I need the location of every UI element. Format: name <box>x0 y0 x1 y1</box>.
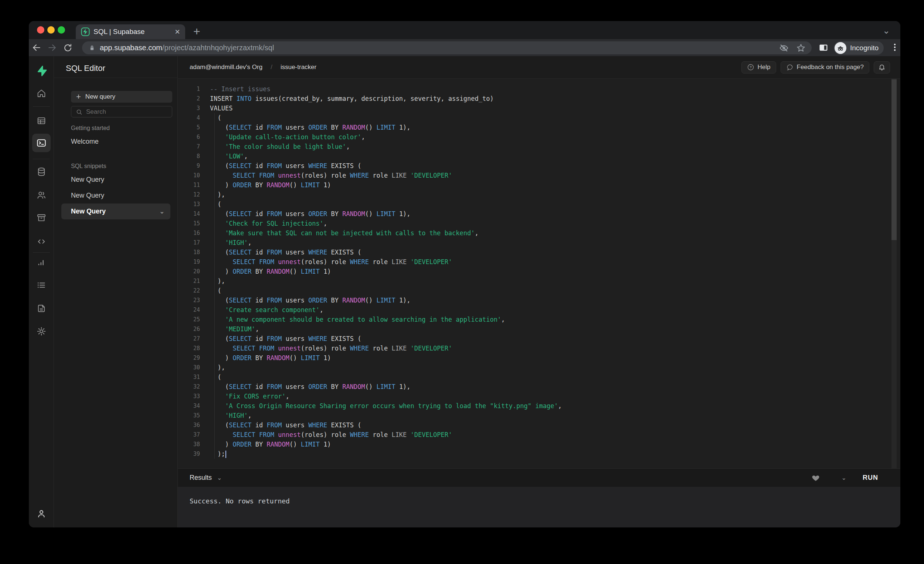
sql-editor-nav-active[interactable] <box>32 134 51 152</box>
line-number: 33 <box>178 392 200 401</box>
sql-code-editor[interactable]: 1-- Insert issues2INSERT INTO issues(cre… <box>178 79 900 468</box>
query-list-item[interactable]: New Query <box>62 188 170 203</box>
run-options-chevron-icon[interactable]: ⌄ <box>842 474 846 481</box>
code-line[interactable]: 2INSERT INTO issues(created_by, summary,… <box>178 94 900 103</box>
tab-title: SQL | Supabase <box>93 28 171 36</box>
home-icon[interactable] <box>35 87 48 100</box>
mac-close-button[interactable] <box>37 26 44 34</box>
auth-users-icon[interactable] <box>35 189 48 201</box>
code-line[interactable]: 34 'A Cross Origin Resource Sharing erro… <box>178 401 900 411</box>
code-line[interactable]: 22 ( <box>178 286 900 295</box>
docs-file-icon[interactable] <box>35 302 48 315</box>
code-line[interactable]: 3VALUES <box>178 103 900 113</box>
table-editor-icon[interactable] <box>35 115 48 127</box>
browser-menu-icon[interactable] <box>890 42 900 52</box>
mac-minimize-button[interactable] <box>47 26 55 34</box>
notifications-button[interactable] <box>874 61 890 73</box>
code-line[interactable]: 10 SELECT FROM unnest(roles) role WHERE … <box>178 171 900 180</box>
line-number: 36 <box>178 420 200 430</box>
tab-search-chevron-icon[interactable]: ⌄ <box>883 25 890 36</box>
code-line[interactable]: 36 (SELECT id FROM users WHERE EXISTS ( <box>178 420 900 430</box>
code-line[interactable]: 7 'The color should be light blue', <box>178 142 900 151</box>
code-line[interactable]: 8 'LOW', <box>178 151 900 161</box>
code-line[interactable]: 35 'HIGH', <box>178 411 900 420</box>
search-input[interactable]: Search <box>71 106 172 117</box>
code-line[interactable]: 9 (SELECT id FROM users WHERE EXISTS ( <box>178 161 900 171</box>
favorite-heart-icon[interactable] <box>811 474 820 482</box>
code-line[interactable]: 24 'Create search component', <box>178 305 900 315</box>
api-code-icon[interactable] <box>35 235 48 248</box>
code-text: (SELECT id FROM users WHERE EXISTS ( <box>200 247 361 257</box>
storage-icon[interactable] <box>35 212 48 224</box>
new-query-button[interactable]: + New query <box>71 91 172 103</box>
results-chevron-icon[interactable]: ⌄ <box>217 474 222 481</box>
forward-icon[interactable] <box>44 43 60 52</box>
code-line[interactable]: 25 'A new component should be created to… <box>178 315 900 324</box>
code-line[interactable]: 33 'Fix CORS error', <box>178 392 900 401</box>
chevron-down-icon[interactable]: ⌄ <box>160 208 165 215</box>
code-line[interactable]: 14 (SELECT id FROM users ORDER BY RANDOM… <box>178 209 900 218</box>
new-tab-button[interactable]: + <box>193 26 200 37</box>
editor-scrollbar-thumb[interactable] <box>891 79 897 240</box>
code-line[interactable]: 13 ( <box>178 199 900 209</box>
code-line[interactable]: 19 SELECT FROM unnest(roles) role WHERE … <box>178 257 900 267</box>
code-line[interactable]: 21 ), <box>178 276 900 286</box>
code-line[interactable]: 23 (SELECT id FROM users ORDER BY RANDOM… <box>178 295 900 305</box>
code-text: ( <box>200 113 221 123</box>
query-list-item-label: New Query <box>71 208 106 215</box>
supabase-logo-icon[interactable] <box>35 64 48 77</box>
url-bar[interactable]: app.supabase.com/project/azahtnhqohyjerz… <box>82 41 812 54</box>
code-line[interactable]: 28 SELECT FROM unnest(roles) role WHERE … <box>178 344 900 353</box>
code-line[interactable]: 20 ) ORDER BY RANDOM() LIMIT 1) <box>178 267 900 276</box>
rail-divider <box>33 252 50 253</box>
code-line[interactable]: 18 (SELECT id FROM users WHERE EXISTS ( <box>178 247 900 257</box>
code-line[interactable]: 37 SELECT FROM unnest(roles) role WHERE … <box>178 430 900 440</box>
settings-gear-icon[interactable] <box>35 325 48 338</box>
account-person-icon[interactable] <box>35 507 48 520</box>
query-list-item[interactable]: Welcome <box>62 134 170 150</box>
code-line[interactable]: 39 ); <box>178 449 900 459</box>
results-dropdown[interactable]: Results <box>190 474 212 482</box>
code-line[interactable]: 26 'MEDIUM', <box>178 324 900 334</box>
feedback-button[interactable]: Feedback on this page? <box>781 61 869 73</box>
code-line[interactable]: 16 'Make sure that SQL can not be inject… <box>178 228 900 238</box>
browser-tab[interactable]: SQL | Supabase × <box>76 24 185 39</box>
code-line[interactable]: 15 'Check for SQL injections', <box>178 218 900 228</box>
tab-close-icon[interactable]: × <box>175 27 180 36</box>
list-divider <box>71 217 110 218</box>
bookmark-star-icon[interactable] <box>796 43 806 53</box>
database-icon[interactable] <box>35 166 48 178</box>
breadcrumb-org[interactable]: adam@windmill.dev's Org <box>190 64 262 71</box>
password-hidden-eye-icon[interactable] <box>779 43 789 53</box>
code-line[interactable]: 38 ) ORDER BY RANDOM() LIMIT 1) <box>178 440 900 449</box>
code-line[interactable]: 32 (SELECT id FROM users ORDER BY RANDOM… <box>178 382 900 392</box>
sql-editor-panel: SQL Editor + New query Search Getting st… <box>54 56 178 527</box>
reload-icon[interactable] <box>60 43 75 52</box>
side-panel-icon[interactable] <box>818 42 829 53</box>
code-line[interactable]: 31 ( <box>178 372 900 382</box>
code-line[interactable]: 1-- Insert issues <box>178 84 900 94</box>
url-text: app.supabase.com/project/azahtnhqohyjerz… <box>100 43 274 52</box>
line-number: 19 <box>178 257 200 267</box>
code-line[interactable]: 4 ( <box>178 113 900 123</box>
code-line[interactable]: 12 ), <box>178 190 900 199</box>
line-number: 2 <box>178 94 200 103</box>
help-button[interactable]: ? Help <box>741 61 776 73</box>
code-text: SELECT FROM unnest(roles) role WHERE rol… <box>200 171 452 180</box>
query-list-item[interactable]: New Query <box>62 172 170 188</box>
line-number: 23 <box>178 295 200 305</box>
run-button[interactable]: RUN <box>862 474 878 482</box>
logs-list-icon[interactable] <box>35 279 48 292</box>
code-line[interactable]: 17 'HIGH', <box>178 238 900 247</box>
mac-zoom-button[interactable] <box>58 26 65 34</box>
code-line[interactable]: 29 ) ORDER BY RANDOM() LIMIT 1) <box>178 353 900 363</box>
code-text: SELECT FROM unnest(roles) role WHERE rol… <box>200 257 452 267</box>
code-line[interactable]: 27 (SELECT id FROM users WHERE EXISTS ( <box>178 334 900 344</box>
code-line[interactable]: 6 'Update call-to-action button color', <box>178 132 900 142</box>
breadcrumb-project[interactable]: issue-tracker <box>280 64 316 71</box>
back-icon[interactable] <box>29 43 44 52</box>
reports-chart-icon[interactable] <box>35 256 48 269</box>
code-line[interactable]: 11 ) ORDER BY RANDOM() LIMIT 1) <box>178 180 900 190</box>
code-line[interactable]: 30 ), <box>178 363 900 372</box>
code-line[interactable]: 5 (SELECT id FROM users ORDER BY RANDOM(… <box>178 123 900 132</box>
